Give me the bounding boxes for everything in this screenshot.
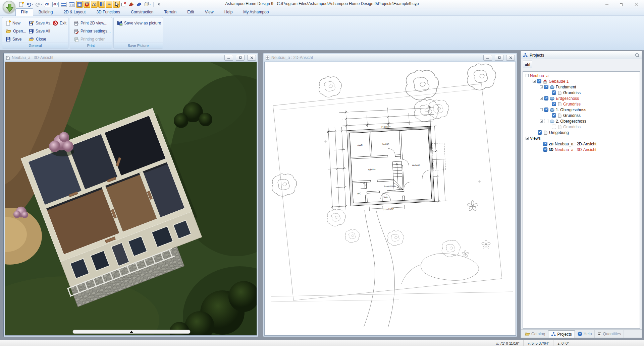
tree-item-obergeschoss1[interactable]: 1. Obergeschoss — [523, 107, 640, 113]
tree-item-gebaeude1[interactable]: Gebäude 1 — [523, 78, 640, 84]
floor-plan-canvas[interactable]: HWR Kochen Arbeiten Wohnen WC Treppenhau… — [265, 62, 516, 336]
tab-3d-functions[interactable]: 3D Functions — [91, 8, 125, 16]
3d-scene-canvas[interactable] — [5, 62, 257, 336]
view-2d-button[interactable]: 2D — [43, 1, 51, 8]
tab-terrain[interactable]: Terrain — [159, 8, 182, 16]
window-2d-restore-button[interactable] — [495, 55, 503, 61]
window-2d-titlebar[interactable]: Neubau_a : 2D-Ansicht — [264, 54, 516, 61]
tree-item-grundriss-erdgeschoss[interactable]: Grundriss — [523, 101, 640, 107]
visibility-checkbox[interactable] — [552, 90, 556, 95]
visibility-checkbox[interactable] — [552, 102, 556, 106]
app-logo-button[interactable] — [3, 1, 15, 13]
tab-my-ashampoo[interactable]: My Ashampoo — [238, 8, 274, 16]
tree-item-obergeschoss2[interactable]: 2. Obergeschoss — [523, 118, 640, 124]
window-3d-close-button[interactable] — [247, 55, 256, 61]
save-all-button[interactable]: Save All — [27, 27, 51, 35]
tree-item-fundament[interactable]: Fundament — [523, 84, 640, 90]
visibility-checkbox[interactable] — [552, 125, 556, 129]
snap-crosshair-icon[interactable] — [106, 1, 112, 8]
collapse-icon[interactable] — [540, 97, 543, 100]
roof-blue-icon[interactable] — [136, 1, 143, 8]
window-2d-view[interactable]: Neubau_a : 2D-Ansicht — [263, 53, 517, 337]
tree-item-views[interactable]: Views — [523, 135, 640, 141]
split-vertical-icon[interactable] — [68, 1, 75, 8]
select-guides-icon[interactable] — [91, 1, 98, 8]
save-view-as-picture-button[interactable]: Save view as picture — [116, 19, 162, 27]
tab-projects[interactable]: Projects — [548, 330, 575, 338]
tab-view[interactable]: View — [200, 8, 219, 16]
close-button-ribbon[interactable]: Close — [27, 36, 48, 43]
select-cursor-icon[interactable] — [113, 1, 120, 8]
tab-2d-layout[interactable]: 2D & Layout — [58, 8, 91, 16]
tree-item-grundriss-og2[interactable]: Grundriss — [523, 124, 640, 130]
printer-settings-button[interactable]: Printer settings... — [72, 27, 112, 35]
collapse-icon[interactable] — [526, 74, 529, 77]
visibility-checkbox[interactable] — [543, 142, 547, 146]
tree-item-neubau[interactable]: Neubau_a — [523, 73, 640, 78]
save-button[interactable]: Save — [4, 36, 23, 43]
collapse-icon[interactable] — [526, 137, 529, 140]
collapse-icon[interactable] — [540, 85, 543, 88]
2d-viewport[interactable]: HWR Kochen Arbeiten Wohnen WC Treppenhau… — [264, 62, 516, 336]
snap-magnet-icon[interactable] — [84, 1, 90, 8]
new-document-icon[interactable] — [18, 1, 25, 8]
window-3d-titlebar[interactable]: Neubau_a : 3D-Ansicht — [4, 54, 257, 61]
tab-help[interactable]: Help — [219, 8, 238, 16]
visibility-checkbox[interactable] — [537, 79, 541, 83]
collapse-icon[interactable] — [540, 108, 543, 111]
2d-view-icon — [265, 55, 270, 60]
3d-viewport[interactable] — [5, 62, 257, 336]
rename-abl-button[interactable]: abl — [523, 61, 532, 68]
visibility-checkbox[interactable] — [543, 147, 547, 152]
tree-item-erdgeschoss[interactable]: Erdgeschoss — [523, 95, 640, 101]
redo-icon[interactable]: ▾ — [35, 1, 43, 8]
tab-quantities[interactable]: Quantities — [595, 330, 624, 338]
visibility-checkbox[interactable] — [544, 108, 548, 112]
collapse-icon[interactable] — [540, 120, 543, 123]
tree-item-grundriss-fundament[interactable]: Grundriss — [523, 90, 640, 95]
window-2d-minimize-button[interactable] — [483, 55, 492, 61]
tab-catalog[interactable]: Catalog — [522, 330, 548, 338]
view-3d-button[interactable]: 3D — [52, 1, 59, 8]
search-icon[interactable] — [635, 53, 640, 58]
printer-icon — [73, 21, 79, 26]
close-button[interactable] — [631, 1, 641, 8]
printing-order-button[interactable]: Printing order — [72, 36, 106, 43]
tab-building[interactable]: Building — [33, 8, 58, 16]
tree-item-umgebung[interactable]: Umgebung — [523, 130, 640, 135]
projects-panel-header[interactable]: Projects — [521, 51, 642, 59]
undo-icon[interactable]: ▾ — [25, 1, 34, 8]
window-3d-restore-button[interactable] — [236, 55, 245, 61]
tree-item-view-3d[interactable]: 3D Neubau_a : 3D-Ansicht — [523, 147, 640, 152]
visibility-checkbox[interactable] — [544, 119, 548, 123]
collapse-icon[interactable] — [533, 80, 536, 83]
window-3d-minimize-button[interactable] — [224, 55, 233, 61]
save-as-button[interactable]: Save As... — [27, 19, 55, 27]
minimize-button[interactable] — [602, 1, 612, 8]
roof-red-icon[interactable] — [128, 1, 135, 8]
new-button[interactable]: New — [4, 19, 22, 27]
split-horizontal-icon[interactable] — [60, 1, 67, 8]
transparent-window-icon[interactable] — [120, 1, 127, 8]
window-2d-close-button[interactable] — [506, 55, 515, 61]
tab-construction[interactable]: Construction — [125, 8, 159, 16]
visibility-checkbox[interactable] — [538, 130, 542, 135]
visibility-checkbox[interactable] — [544, 96, 548, 100]
tree-item-view-2d[interactable]: 2D Neubau_a : 2D-Ansicht — [523, 141, 640, 147]
walkthrough-slider[interactable] — [73, 330, 190, 334]
layers-icon[interactable]: ▾ — [143, 1, 152, 8]
tab-help[interactable]: ? Help — [575, 330, 595, 338]
visibility-checkbox[interactable] — [552, 113, 556, 118]
tab-file[interactable]: File — [15, 8, 33, 16]
print-2d-view-button[interactable]: Print 2D view... — [72, 19, 109, 27]
parallel-guides-icon[interactable] — [98, 1, 105, 8]
toolbar-options-icon[interactable] — [156, 1, 162, 8]
window-3d-view[interactable]: Neubau_a : 3D-Ansicht — [3, 53, 258, 337]
visibility-checkbox[interactable] — [544, 85, 548, 89]
restore-button[interactable] — [616, 1, 627, 8]
tab-edit[interactable]: Edit — [182, 8, 200, 16]
grid-toggle-icon[interactable] — [76, 1, 83, 8]
tree-item-grundriss-og1[interactable]: Grundriss — [523, 113, 640, 118]
open-button[interactable]: Open... — [4, 27, 28, 35]
exit-button[interactable]: Exit — [51, 19, 68, 27]
